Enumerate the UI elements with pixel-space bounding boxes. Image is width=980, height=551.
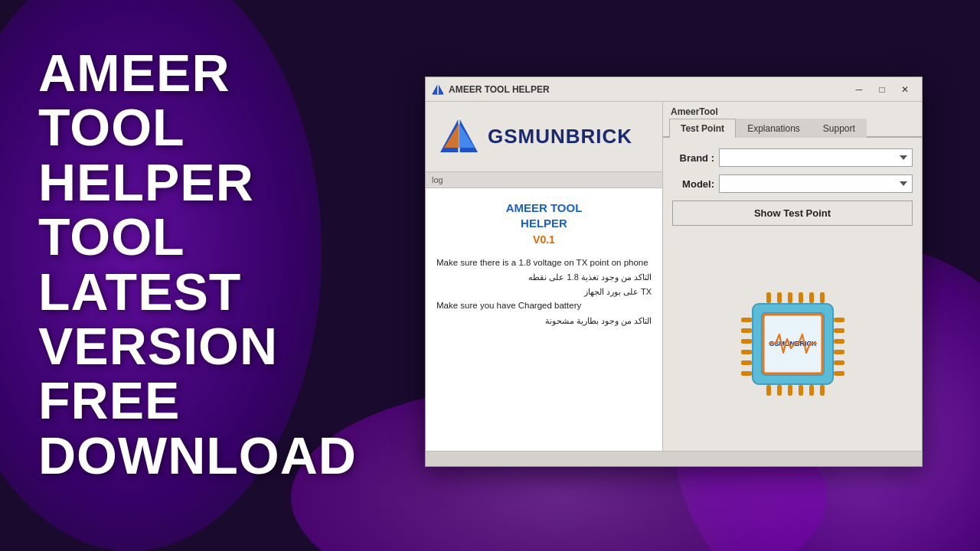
content-version: V0.1 — [436, 233, 652, 246]
svg-rect-28 — [766, 385, 771, 396]
svg-rect-22 — [766, 292, 771, 303]
content-line-3: TX على بورد الجهاز — [436, 285, 652, 298]
log-label: log — [426, 172, 662, 188]
tab-test-point[interactable]: Test Point — [669, 119, 736, 138]
content-title: AMEER TOOL HELPER — [436, 201, 652, 230]
model-label: Model: — [672, 178, 714, 190]
tab-support[interactable]: Support — [812, 119, 867, 138]
title-bar-left: AMEER TOOL HELPER — [432, 83, 550, 96]
svg-rect-17 — [834, 328, 844, 333]
svg-rect-23 — [777, 292, 782, 303]
svg-rect-20 — [834, 360, 844, 365]
svg-rect-25 — [799, 292, 803, 303]
svg-rect-30 — [788, 385, 792, 396]
app-window: AMEER TOOL HELPER ─ □ ✕ — [425, 77, 923, 467]
brand-row: Brand : — [672, 148, 913, 167]
title-bar: AMEER TOOL HELPER ─ □ ✕ — [426, 77, 922, 102]
logo-icon — [438, 116, 480, 158]
svg-rect-24 — [788, 292, 792, 303]
content-area: AMEER TOOL HELPER V0.1 Make sure there i… — [426, 188, 662, 451]
svg-rect-11 — [741, 328, 752, 333]
svg-rect-33 — [820, 385, 825, 396]
window-title: AMEER TOOL HELPER — [449, 84, 550, 95]
tab-content: Brand : Model: Show Test Point — [663, 138, 922, 236]
minimize-button[interactable]: ─ — [848, 82, 870, 97]
tabs: Test Point Explanations Support — [663, 119, 922, 138]
svg-rect-18 — [834, 339, 844, 344]
panel-title: AmeerTool — [663, 102, 922, 119]
svg-rect-19 — [834, 350, 844, 354]
model-select[interactable] — [719, 174, 913, 193]
svg-rect-14 — [741, 360, 752, 365]
brand-label: Brand : — [672, 152, 714, 164]
status-bar — [426, 451, 922, 466]
logo-area: GSMUNBRICK — [426, 102, 662, 172]
left-panel: GSMUNBRICK log AMEER TOOL HELPER V0.1 Ma… — [426, 102, 663, 451]
chip-area: GSMUNBRICK — [663, 236, 922, 451]
logo-text: GSMUNBRICK — [488, 125, 632, 148]
svg-rect-10 — [741, 318, 752, 322]
svg-rect-29 — [777, 385, 782, 396]
content-line-4: Make sure you have Charged battery — [436, 299, 652, 312]
close-button[interactable]: ✕ — [894, 82, 916, 97]
svg-rect-15 — [741, 371, 752, 376]
svg-rect-32 — [809, 385, 814, 396]
model-row: Model: — [672, 174, 913, 193]
content-line-1: Make sure there is a 1.8 voltage on TX p… — [436, 256, 652, 269]
window-controls: ─ □ ✕ — [848, 82, 916, 97]
window-body: GSMUNBRICK log AMEER TOOL HELPER V0.1 Ma… — [426, 102, 922, 451]
svg-rect-12 — [741, 339, 752, 344]
app-icon — [432, 83, 444, 96]
brand-select[interactable] — [719, 148, 913, 167]
svg-rect-26 — [809, 292, 814, 303]
hero-text: AMEERTOOLHELPERTOOLLATESTVERSIONFREEDOWN… — [38, 46, 357, 483]
svg-rect-16 — [834, 318, 844, 322]
show-test-point-button[interactable]: Show Test Point — [672, 201, 913, 226]
tab-explanations[interactable]: Explanations — [736, 119, 812, 138]
svg-rect-21 — [834, 371, 844, 376]
svg-rect-13 — [741, 350, 752, 354]
maximize-button[interactable]: □ — [871, 82, 893, 97]
right-panel: AmeerTool Test Point Explanations Suppor… — [663, 102, 922, 451]
svg-rect-31 — [799, 385, 803, 396]
svg-rect-27 — [820, 292, 825, 303]
content-line-2: التاكد من وجود تغذية 1.8 على نقطه — [436, 271, 652, 284]
chip-svg: GSMUNBRICK — [737, 289, 848, 399]
content-line-5: التاكد من وجود بطارية مشحونة — [436, 315, 652, 328]
